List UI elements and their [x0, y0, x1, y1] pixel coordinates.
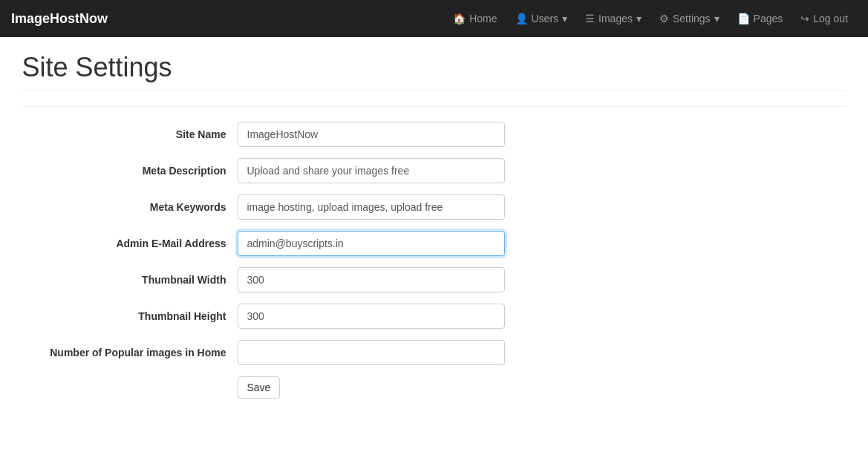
nav-menu: 🏠 Home 👤 Users ▾ ☰ Images ▾ ⚙ Settings ▾ — [444, 0, 857, 37]
nav-item-users: 👤 Users ▾ — [506, 0, 577, 37]
pages-icon: 📄 — [737, 13, 750, 24]
input-meta-description[interactable] — [238, 158, 505, 183]
label-meta-description: Meta Description — [22, 165, 238, 177]
field-group-thumbnail-height: Thumbnail Height — [22, 304, 846, 329]
input-site-name[interactable] — [238, 122, 505, 147]
dropdown-arrow-settings: ▾ — [714, 13, 719, 24]
settings-icon: ⚙ — [659, 13, 669, 24]
user-icon: 👤 — [515, 13, 528, 24]
field-group-admin-email: Admin E-Mail Address — [22, 231, 846, 256]
images-icon: ☰ — [585, 13, 595, 24]
nav-item-logout: ↪ Log out — [792, 0, 857, 37]
page-header: Site Settings — [22, 37, 846, 91]
page-title: Site Settings — [22, 52, 846, 83]
field-group-thumbnail-width: Thumbnail Width — [22, 267, 846, 292]
settings-form: Site Name Meta Description Meta Keywords… — [22, 107, 846, 413]
nav-label-images: Images — [598, 13, 633, 24]
field-group-popular-images: Number of Popular images in Home — [22, 340, 846, 365]
nav-link-users[interactable]: 👤 Users ▾ — [506, 0, 577, 37]
nav-link-home[interactable]: 🏠 Home — [444, 0, 506, 37]
label-meta-keywords: Meta Keywords — [22, 201, 238, 213]
nav-link-pages[interactable]: 📄 Pages — [728, 0, 792, 37]
label-admin-email: Admin E-Mail Address — [22, 238, 238, 249]
home-icon: 🏠 — [453, 13, 466, 24]
nav-label-home: Home — [469, 13, 497, 24]
nav-item-home: 🏠 Home — [444, 0, 506, 37]
save-button-row: Save — [22, 376, 846, 399]
nav-item-settings: ⚙ Settings ▾ — [650, 0, 728, 37]
nav-label-settings: Settings — [673, 13, 711, 24]
label-popular-images: Number of Popular images in Home — [22, 347, 238, 359]
nav-item-pages: 📄 Pages — [728, 0, 792, 37]
label-site-name: Site Name — [22, 128, 238, 140]
nav-link-settings[interactable]: ⚙ Settings ▾ — [650, 0, 728, 37]
field-group-meta-description: Meta Description — [22, 158, 846, 183]
brand-logo[interactable]: ImageHostNow — [11, 11, 108, 27]
nav-link-images[interactable]: ☰ Images ▾ — [576, 0, 650, 37]
save-button[interactable]: Save — [238, 376, 281, 399]
field-group-meta-keywords: Meta Keywords — [22, 194, 846, 220]
nav-link-logout[interactable]: ↪ Log out — [792, 0, 857, 37]
input-popular-images[interactable] — [238, 340, 505, 365]
label-thumbnail-height: Thumbnail Height — [22, 310, 238, 322]
main-container: Site Settings Site Name Meta Description… — [11, 37, 858, 413]
nav-label-pages: Pages — [754, 13, 783, 24]
footer: Copyright © 2015 Buyscripts.in. All righ… — [0, 443, 868, 455]
nav-label-logout: Log out — [813, 13, 848, 24]
input-meta-keywords[interactable] — [238, 194, 505, 220]
input-admin-email[interactable] — [238, 231, 505, 256]
input-thumbnail-width[interactable] — [238, 267, 505, 292]
dropdown-arrow-users: ▾ — [562, 13, 567, 24]
nav-item-images: ☰ Images ▾ — [576, 0, 650, 37]
dropdown-arrow-images: ▾ — [636, 13, 642, 24]
navbar: ImageHostNow 🏠 Home 👤 Users ▾ ☰ Images ▾ — [0, 0, 868, 37]
field-group-site-name: Site Name — [22, 122, 846, 147]
nav-label-users: Users — [532, 13, 559, 24]
input-thumbnail-height[interactable] — [238, 304, 505, 329]
logout-icon: ↪ — [800, 13, 809, 24]
label-thumbnail-width: Thumbnail Width — [22, 274, 238, 286]
